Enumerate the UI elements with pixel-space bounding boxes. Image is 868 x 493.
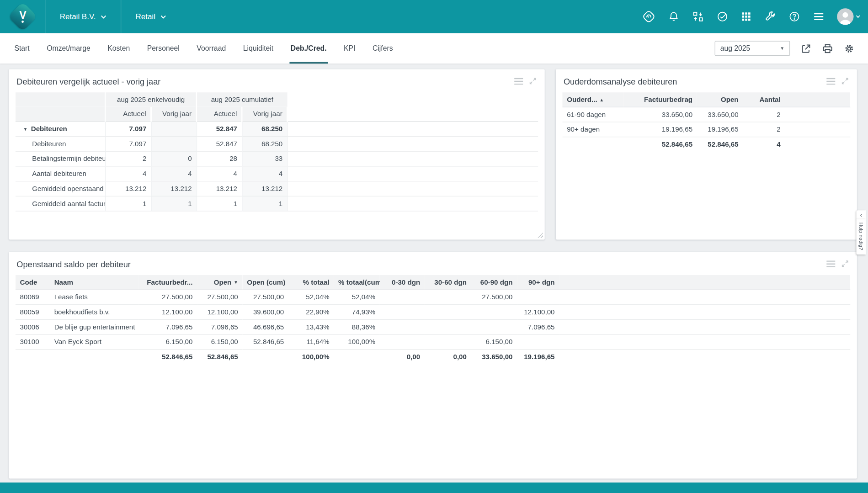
apps-grid-icon[interactable]	[740, 11, 751, 22]
table-row[interactable]: ▼Aantal debiteuren 4 4 4 4	[16, 166, 538, 181]
app-logo[interactable]: V	[0, 0, 45, 33]
tab-start[interactable]: Start	[13, 33, 31, 64]
sort-asc-icon: ▲	[599, 97, 604, 102]
tab-liquiditeit[interactable]: Liquiditeit	[242, 33, 274, 64]
row-label: Debiteuren	[32, 140, 66, 148]
gauge-icon[interactable]	[642, 10, 655, 23]
logo-letter: V	[19, 11, 26, 20]
top-bar: V Retail B.V. Retail	[0, 0, 868, 33]
total-row: 52.846,65 52.846,65 100,00% 0,00 0,00 33…	[16, 350, 850, 364]
collapse-chevron-icon[interactable]: ‹	[857, 210, 866, 219]
panel-openstaand-saldo: Openstaand saldo per debiteur Code Naam …	[9, 252, 857, 479]
collapse-icon[interactable]: ▼	[23, 127, 28, 132]
panel-title: Ouderdomsanalyse debiteuren	[564, 77, 677, 87]
share-icon[interactable]	[800, 43, 811, 54]
mapping-icon[interactable]	[692, 11, 704, 23]
panel-menu-icon[interactable]	[514, 77, 523, 85]
row-label: Gemiddeld aantal facturen...	[32, 200, 105, 207]
tab-strip: Start Omzet/marge Kosten Personeel Voorr…	[13, 33, 394, 64]
column-header-code[interactable]: Code	[16, 275, 50, 290]
column-header-factuurbedrag[interactable]: Factuurbedr...	[138, 275, 197, 290]
column-header-actueel: Actueel	[197, 107, 242, 122]
table-row[interactable]: 30006 De blije gup entertainment 7.096,6…	[16, 319, 850, 334]
panel-menu-icon[interactable]	[826, 260, 835, 268]
panel-expand-icon[interactable]	[841, 260, 849, 268]
tab-kpi[interactable]: KPI	[343, 33, 357, 64]
settings-icon[interactable]	[844, 43, 855, 54]
row-label: Gemiddeld openstaand be...	[32, 185, 105, 193]
chevron-down-icon	[856, 15, 860, 18]
administration-selector[interactable]: Retail	[121, 0, 180, 33]
table-row[interactable]: 80059 boekhoudfiets b.v. 12.100,00 12.10…	[16, 305, 850, 320]
column-header-open[interactable]: Open▼	[197, 275, 242, 290]
footer-bar	[0, 482, 868, 493]
panel-title: Openstaand saldo per debiteur	[16, 260, 130, 270]
user-menu[interactable]	[837, 8, 860, 25]
administration-selector-label: Retail	[136, 12, 155, 21]
check-circle-icon[interactable]	[716, 11, 729, 23]
column-header-open[interactable]: Open	[697, 92, 743, 107]
period-selector[interactable]: aug 2025 ▼	[715, 41, 790, 56]
tab-kosten[interactable]: Kosten	[107, 33, 131, 64]
saldo-table: Code Naam Factuurbedr... Open▼ Open (cum…	[16, 275, 850, 364]
ouderdom-table: Ouderd...▲ Factuurbedrag Open Aantal 61-…	[562, 92, 850, 152]
app-window: V Retail B.V. Retail	[0, 0, 868, 493]
column-header-90-plus-dgn[interactable]: 90+ dgn	[517, 275, 559, 290]
chevron-down-icon	[101, 15, 106, 18]
column-header-vorig-jaar: Vorig jaar	[151, 107, 197, 122]
table-row[interactable]: 61-90 dagen 33.650,00 33.650,00 2	[562, 107, 850, 122]
logo-dot	[21, 21, 24, 23]
tab-personeel[interactable]: Personeel	[146, 33, 181, 64]
column-header-factuurbedrag[interactable]: Factuurbedrag	[623, 92, 697, 107]
column-header-pct-totaal[interactable]: % totaal	[288, 275, 334, 290]
column-header-aantal[interactable]: Aantal	[743, 92, 785, 107]
table-row[interactable]: 90+ dagen 19.196,65 19.196,65 2	[562, 122, 850, 137]
chevron-down-icon: ▼	[780, 46, 785, 51]
table-row[interactable]: ▼Gemiddeld aantal facturen... 1 1 1 1	[16, 196, 538, 211]
wrench-icon[interactable]	[764, 11, 776, 23]
tab-deb-cred[interactable]: Deb./Cred.	[289, 33, 328, 64]
total-row: 52.846,65 52.846,65 4	[562, 137, 850, 152]
column-header-ouderdom[interactable]: Ouderd...▲	[562, 92, 623, 107]
column-header-0-30-dgn[interactable]: 0-30 dgn	[380, 275, 425, 290]
column-header-naam[interactable]: Naam	[50, 275, 138, 290]
vergelijk-table: aug 2025 enkelvoudig aug 2025 cumulatief…	[16, 92, 538, 211]
table-row[interactable]: ▼Debiteuren 7.097 52.847 68.250	[16, 137, 538, 152]
panel-menu-icon[interactable]	[826, 77, 835, 85]
tab-cijfers[interactable]: Cijfers	[372, 33, 394, 64]
panel-expand-icon[interactable]	[841, 77, 849, 85]
row-label: Betalingstermijn debiteure...	[32, 155, 105, 163]
table-row[interactable]: 30100 Van Eyck Sport 6.150,00 6.150,00 5…	[16, 334, 850, 350]
row-label: Aantal debiteuren	[32, 170, 86, 178]
panel-expand-icon[interactable]	[529, 77, 537, 85]
panel-ouderdomsanalyse: Ouderdomsanalyse debiteuren Ouderd...▲ F…	[556, 69, 857, 239]
menu-icon[interactable]	[813, 11, 825, 23]
print-icon[interactable]	[822, 43, 833, 54]
table-row[interactable]: ▼Gemiddeld openstaand be... 13.212 13.21…	[16, 181, 538, 196]
column-header-pct-totaal-cum[interactable]: % totaal(cum)	[334, 275, 380, 290]
column-group-enkelvoudig: aug 2025 enkelvoudig	[105, 92, 197, 106]
row-label: Debiteuren	[31, 125, 67, 133]
tab-omzet-marge[interactable]: Omzet/marge	[46, 33, 91, 64]
sort-desc-icon: ▼	[234, 280, 238, 285]
table-row[interactable]: ▼Betalingstermijn debiteure... 2 0 28 33	[16, 151, 538, 166]
company-selector-label: Retail B.V.	[60, 12, 96, 21]
table-row[interactable]: 80069 Lease fiets 27.500,00 27.500,00 27…	[16, 290, 850, 305]
column-header-actueel: Actueel	[105, 107, 151, 122]
help-icon[interactable]	[788, 11, 801, 23]
company-selector[interactable]: Retail B.V.	[45, 0, 121, 33]
column-header-open-cum[interactable]: Open (cum)	[242, 275, 288, 290]
resize-handle[interactable]	[538, 233, 543, 238]
logo-diamond: V	[8, 2, 37, 32]
column-header-vorig-jaar: Vorig jaar	[242, 107, 287, 122]
bell-icon[interactable]	[668, 11, 680, 23]
column-header-60-90-dgn[interactable]: 60-90 dgn	[471, 275, 517, 290]
column-header-30-60-dgn[interactable]: 30-60 dgn	[425, 275, 471, 290]
column-group-cumulatief: aug 2025 cumulatief	[197, 92, 288, 106]
tab-voorraad[interactable]: Voorraad	[196, 33, 227, 64]
help-needed-button[interactable]: Hulp nodig?	[857, 219, 866, 255]
dashboard-nav: Start Omzet/marge Kosten Personeel Voorr…	[0, 33, 868, 64]
table-row[interactable]: ▼Debiteuren 7.097 52.847 68.250	[16, 122, 538, 137]
period-selector-value: aug 2025	[720, 44, 751, 53]
chevron-down-icon	[160, 15, 166, 18]
